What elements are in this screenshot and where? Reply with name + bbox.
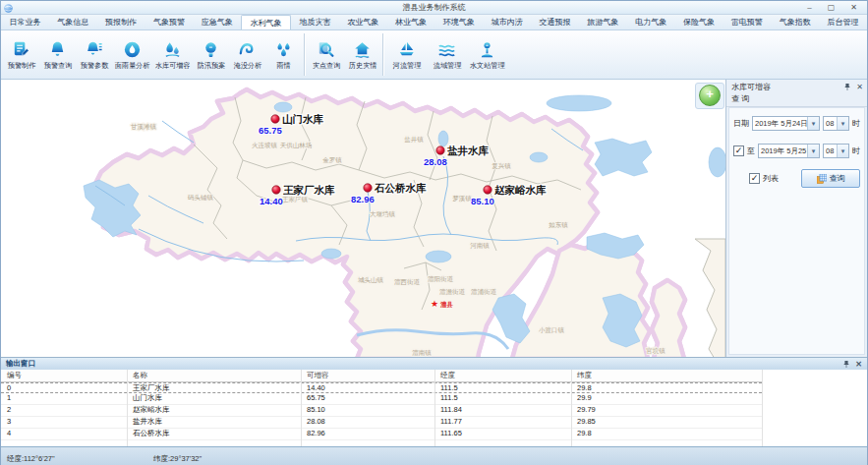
table-row[interactable]: 0王家厂水库14.40111.529.8	[1, 382, 762, 393]
toolbar-button-flood-plan[interactable]: 防汛预案	[193, 39, 229, 71]
table-cell: 3	[1, 417, 127, 428]
table-cell: 2	[1, 405, 127, 416]
column-header: 名称	[127, 370, 301, 381]
chevron-down-icon[interactable]: ▾	[837, 117, 848, 130]
toolbar-button-warning-params[interactable]: 预警参数	[76, 39, 112, 71]
town-label: 王家厂镇	[282, 196, 309, 203]
toolbar-label: 水文站管理	[470, 61, 505, 71]
menu-tab-2[interactable]: 气象信息	[49, 15, 97, 29]
title-bar: 澧县业务制作系统 – ▢ ✕	[1, 1, 867, 15]
pin-icon[interactable]	[843, 83, 851, 91]
table-cell: 石公桥水库	[127, 429, 301, 439]
close-button[interactable]: ✕	[850, 3, 857, 12]
app-window: 澧县业务制作系统 – ▢ ✕ 日常业务气象信息预报制作气象预警应急气象水利气象地…	[0, 0, 868, 465]
menu-tab-1[interactable]: 日常业务	[1, 15, 49, 29]
toolbar-button-river-manage[interactable]: 河流管理	[386, 39, 427, 71]
buoy-icon	[477, 39, 497, 60]
waves-icon	[436, 39, 457, 60]
town-label: 小渡口镇	[539, 326, 565, 334]
town-label: 甘溪滩镇	[131, 123, 157, 131]
town-label: 大堰垱镇	[370, 210, 396, 217]
chevron-down-icon[interactable]: ▾	[807, 117, 819, 130]
minimize-button[interactable]: –	[807, 3, 811, 12]
menu-tab-12[interactable]: 交通预报	[531, 15, 579, 29]
toolbar-button-inundation[interactable]: 淹没分析	[229, 39, 265, 71]
output-table: 编号名称可增容经度纬度0王家厂水库14.40111.529.81山门水库65.7…	[1, 370, 867, 446]
from-date-select[interactable]: 2019年 5月24日 ▾	[752, 116, 820, 131]
table-row[interactable]: 1山门水库65.75111.529.9	[1, 393, 762, 405]
table-row[interactable]: 2赵家峪水库85.10111.8429.79	[1, 405, 762, 417]
toolbar-button-reservoir-capacity[interactable]: 水库可增容	[152, 39, 193, 71]
from-hour-select[interactable]: 08 ▾	[823, 116, 849, 131]
menu-tab-8[interactable]: 农业气象	[339, 15, 387, 29]
menu-tab-11[interactable]: 城市内涝	[483, 15, 531, 29]
toolbar-label: 预警查询	[43, 61, 72, 71]
chevron-down-icon[interactable]: ▾	[837, 145, 848, 157]
menu-tab-4[interactable]: 气象预警	[145, 15, 193, 29]
toolbar-label: 预警参数	[80, 61, 108, 71]
toolbar-button-basin-manage[interactable]: 流域管理	[427, 39, 467, 71]
query-button[interactable]: 查询	[801, 169, 860, 188]
list-checkbox[interactable]: ✓	[749, 173, 760, 184]
town-label: 澧南镇	[412, 349, 432, 356]
toolbar-button-disaster-search[interactable]: 灾点查询	[308, 39, 344, 71]
menu-tab-15[interactable]: 保险气象	[675, 15, 723, 29]
town-label: 澧西街道	[394, 278, 421, 286]
panel-close-icon[interactable]: ✕	[856, 83, 863, 91]
menu-tab-bar: 日常业务气象信息预报制作气象预警应急气象水利气象地质灾害农业气象林业气象环境气象…	[1, 15, 867, 30]
toolbar-button-hydro-station[interactable]: 水文站管理	[467, 39, 507, 71]
town-label: 如东镇	[549, 221, 568, 229]
table-cell: 1	[1, 393, 127, 404]
output-close-icon[interactable]: ✕	[855, 360, 862, 369]
toolbar-button-area-rainfall[interactable]: 面雨量分析	[112, 39, 152, 71]
menu-tab-3[interactable]: 预报制作	[97, 15, 145, 29]
chevron-down-icon[interactable]: ▾	[807, 145, 819, 157]
table-cell: 赵家峪水库	[127, 405, 301, 416]
reservoir-value: 65.75	[259, 125, 282, 136]
table-cell: 14.40	[301, 383, 434, 392]
reservoir-dot-icon	[364, 184, 372, 192]
toolbar-button-warning-edit[interactable]: 预警制作	[3, 39, 39, 71]
panel-title: 水库可增容	[731, 82, 843, 92]
to-hour-select[interactable]: 08 ▾	[823, 144, 849, 158]
toolbar-label: 灾点查询	[312, 61, 340, 71]
status-bar: 经度:112°6'27" 纬度:29°37'32"	[1, 446, 867, 465]
menu-tab-16[interactable]: 雷电预警	[723, 15, 771, 29]
query-form: 日期 2019年 5月24日 ▾ 08 ▾ 时 ✓ 至 2019年 5月2	[728, 107, 865, 355]
toolbar-button-warning-search[interactable]: 预警查询	[39, 39, 76, 71]
reservoir-value: 14.40	[260, 196, 283, 206]
to-date-checkbox[interactable]: ✓	[733, 145, 744, 156]
toolbar-label: 预警制作	[7, 61, 35, 71]
menu-tab-18[interactable]: 后台管理	[819, 15, 867, 29]
menu-tab-13[interactable]: 旅游气象	[579, 15, 627, 29]
menu-tab-7[interactable]: 地质灾害	[291, 15, 339, 29]
reservoir-name: 石公桥水库	[374, 182, 427, 194]
column-divider	[762, 370, 763, 446]
column-header: 可增容	[301, 370, 434, 381]
menu-tab-17[interactable]: 气象指数	[771, 15, 819, 29]
toolbar-label: 面雨量分析	[115, 61, 150, 71]
menu-tab-10[interactable]: 环境气象	[434, 15, 483, 29]
output-title: 输出窗口	[6, 359, 842, 369]
maximize-button[interactable]: ▢	[828, 3, 836, 12]
menu-tab-5[interactable]: 应急气象	[193, 15, 241, 29]
column-divider	[127, 370, 128, 446]
menu-tab-9[interactable]: 林业气象	[387, 15, 435, 29]
table-row[interactable]: 4石公桥水库82.96111.6529.8	[1, 429, 762, 440]
toolbar-button-rain-info[interactable]: 雨情	[265, 39, 302, 71]
town-label: 澧阳街道	[428, 275, 454, 283]
table-cell: 111.77	[434, 417, 571, 428]
reservoir-name: 山门水库	[282, 113, 324, 125]
pin-icon[interactable]	[842, 360, 850, 369]
to-label: 至	[747, 145, 755, 156]
to-date-select[interactable]: 2019年 5月25日 ▾	[758, 144, 820, 158]
menu-tab-6[interactable]: 水利气象	[241, 15, 291, 29]
map-view[interactable]: 甘溪滩镇火连坡镇天供山林场金罗镇盐井镇复兴镇码头铺镇王家厂镇大堰垱镇梦溪镇如东镇…	[1, 80, 726, 357]
toolbar-label: 淹没分析	[233, 61, 261, 71]
table-cell: 29.79	[571, 405, 762, 416]
menu-tab-14[interactable]: 电力气象	[627, 15, 675, 29]
table-row[interactable]: 3盐井水库28.08111.7729.85	[1, 417, 762, 429]
zoom-in-button[interactable]: +	[699, 85, 721, 106]
toolbar-button-disaster-history[interactable]: 历史灾情	[344, 39, 380, 71]
main-area: 甘溪滩镇火连坡镇天供山林场金罗镇盐井镇复兴镇码头铺镇王家厂镇大堰垱镇梦溪镇如东镇…	[1, 80, 867, 357]
